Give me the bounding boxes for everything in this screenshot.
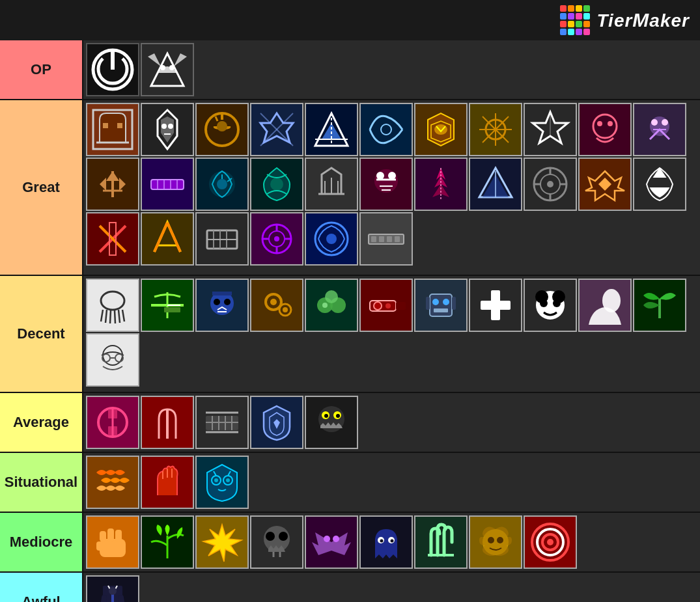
- svg-rect-99: [395, 236, 400, 242]
- list-item: [359, 103, 413, 156]
- svg-rect-149: [90, 337, 135, 383]
- list-item: [195, 515, 249, 569]
- list-item: [195, 157, 249, 211]
- tier-table: OP: [0, 40, 700, 602]
- svg-rect-98: [387, 236, 392, 242]
- svg-rect-100: [90, 282, 135, 328]
- svg-line-105: [115, 310, 115, 323]
- list-item: [469, 157, 522, 211]
- svg-point-144: [540, 299, 548, 307]
- svg-point-132: [432, 299, 439, 305]
- list-item: [141, 279, 194, 332]
- list-item: [414, 103, 468, 156]
- svg-point-35: [651, 119, 658, 126]
- svg-point-32: [608, 121, 613, 126]
- tier-label-awful: Awful: [0, 573, 83, 602]
- svg-point-124: [322, 303, 328, 308]
- list-item: [86, 575, 139, 602]
- svg-rect-96: [371, 236, 376, 242]
- svg-point-11: [168, 124, 173, 129]
- svg-point-10: [161, 124, 167, 129]
- tier-row-mediocre: Mediocre: [0, 513, 700, 573]
- svg-rect-127: [396, 302, 406, 310]
- svg-rect-39: [151, 180, 184, 189]
- svg-point-15: [217, 121, 227, 131]
- list-item: [524, 157, 577, 211]
- list-item: [524, 515, 577, 569]
- tier-items-decent: [83, 276, 700, 392]
- svg-point-186: [226, 478, 230, 482]
- svg-point-145: [553, 299, 561, 307]
- list-item: [141, 456, 194, 509]
- svg-point-211: [488, 537, 494, 543]
- list-item: [195, 103, 249, 156]
- tier-label-average: Average: [0, 393, 83, 452]
- tier-items-op: [83, 40, 700, 99]
- list-item: [305, 103, 358, 156]
- svg-rect-189: [100, 531, 106, 541]
- list-item: [414, 515, 468, 569]
- svg-point-175: [324, 414, 328, 418]
- svg-point-212: [497, 537, 503, 543]
- svg-point-133: [443, 299, 449, 305]
- list-item: [633, 279, 686, 332]
- list-item: [359, 157, 413, 211]
- svg-point-34: [650, 116, 669, 136]
- list-item: [578, 279, 632, 332]
- list-item: [86, 157, 139, 211]
- tier-label-great: Great: [0, 100, 83, 275]
- svg-point-4: [169, 65, 175, 70]
- tier-row-average: Average: [0, 393, 700, 453]
- svg-rect-188: [100, 539, 126, 557]
- svg-point-47: [217, 179, 227, 189]
- svg-rect-115: [254, 282, 300, 328]
- list-item: [633, 103, 686, 156]
- svg-rect-190: [107, 528, 114, 541]
- list-item: [469, 515, 522, 569]
- list-item: [524, 103, 577, 156]
- list-item: [86, 279, 139, 332]
- list-item: [250, 396, 303, 449]
- list-item: [414, 279, 468, 332]
- list-item: [86, 212, 139, 266]
- list-item: [86, 333, 139, 387]
- list-item: [141, 43, 194, 96]
- tier-row-decent: Decent: [0, 276, 700, 393]
- svg-point-220: [109, 587, 117, 595]
- list-item: [305, 212, 358, 266]
- svg-point-23: [434, 124, 447, 135]
- tier-items-great: [83, 100, 700, 275]
- svg-point-202: [333, 536, 339, 542]
- list-item: [359, 279, 413, 332]
- list-item: [305, 515, 358, 569]
- tier-row-op: OP: [0, 40, 700, 100]
- tier-label-decent: Decent: [0, 276, 83, 392]
- tier-items-mediocre: [83, 513, 700, 571]
- svg-point-85: [274, 236, 279, 241]
- list-item: [250, 103, 303, 156]
- list-item: [86, 43, 139, 96]
- list-item: [195, 456, 249, 509]
- svg-point-119: [283, 307, 288, 312]
- list-item: [305, 157, 358, 211]
- list-item: [250, 157, 303, 211]
- list-item: [86, 396, 139, 449]
- header: TierMaker: [0, 0, 700, 40]
- tier-label-op: OP: [0, 40, 83, 99]
- list-item: [305, 396, 358, 449]
- logo: TierMaker: [560, 5, 690, 35]
- svg-point-217: [547, 539, 553, 545]
- svg-rect-109: [164, 307, 180, 312]
- svg-point-176: [336, 414, 340, 418]
- list-item: [359, 212, 413, 266]
- svg-rect-7: [103, 123, 108, 128]
- svg-rect-97: [379, 236, 384, 242]
- svg-point-55: [388, 172, 396, 180]
- svg-rect-192: [96, 541, 103, 551]
- svg-point-123: [325, 290, 338, 303]
- tier-label-mediocre: Mediocre: [0, 513, 83, 571]
- svg-point-36: [662, 119, 668, 126]
- svg-point-206: [380, 540, 384, 543]
- list-item: [250, 212, 303, 266]
- svg-rect-191: [115, 530, 122, 541]
